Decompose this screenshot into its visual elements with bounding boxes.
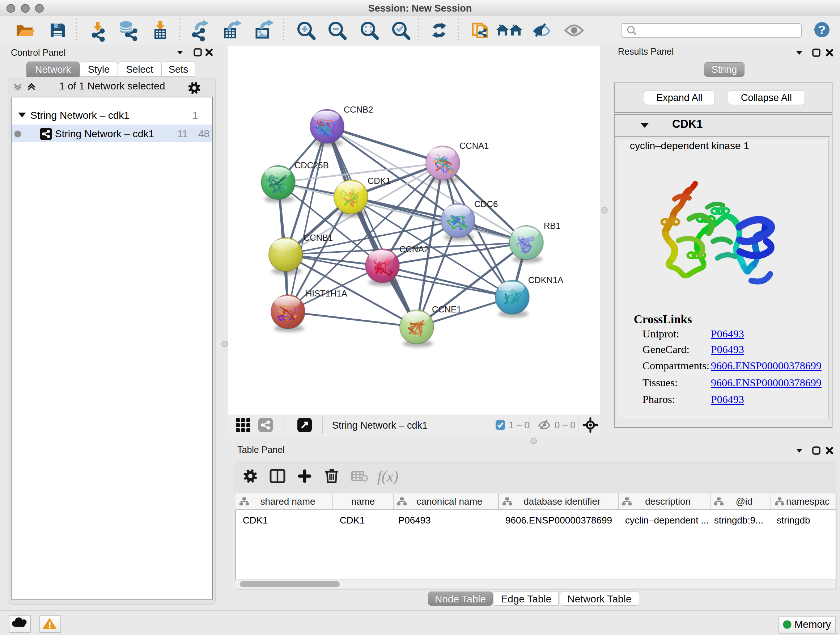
svg-text:CDC25B: CDC25B [294,160,329,170]
svg-text:canonical name: canonical name [416,496,482,507]
svg-text:RB1: RB1 [544,221,561,231]
svg-text:?: ? [818,23,826,36]
svg-text:0 – 0: 0 – 0 [554,420,576,431]
svg-text:P06493: P06493 [398,515,431,526]
svg-text:CCNA2: CCNA2 [399,244,429,254]
svg-text:CDK1: CDK1 [243,515,268,526]
svg-text:CDK1: CDK1 [368,176,391,186]
svg-text:f(x): f(x) [377,468,398,485]
svg-text:CDKN1A: CDKN1A [528,275,563,285]
svg-text:CDC6: CDC6 [474,199,498,209]
svg-text:9606.ENSP00000378699: 9606.ENSP00000378699 [505,515,612,526]
svg-text:HIST1H1A: HIST1H1A [306,288,347,298]
svg-text:shared name: shared name [261,496,316,507]
svg-text:name: name [351,496,375,507]
svg-text:stringdb: stringdb [777,515,810,526]
svg-text:CCNA1: CCNA1 [459,141,489,150]
svg-text:namespac: namespac [786,496,829,507]
svg-text:CCNB1: CCNB1 [303,233,333,242]
svg-text:stringdb:9...: stringdb:9... [714,515,763,526]
svg-text:cyclin–dependent ...: cyclin–dependent ... [625,515,709,526]
svg-text:description: description [645,496,691,507]
svg-text:database identifier: database identifier [523,496,600,507]
svg-text:CCNB2: CCNB2 [344,105,373,114]
svg-text:String Network – cdk1: String Network – cdk1 [332,420,428,431]
svg-text:CCNE1: CCNE1 [432,304,461,314]
svg-text:@id: @id [736,496,753,507]
svg-text:CDK1: CDK1 [340,515,365,526]
svg-text:1 – 0: 1 – 0 [508,420,530,431]
